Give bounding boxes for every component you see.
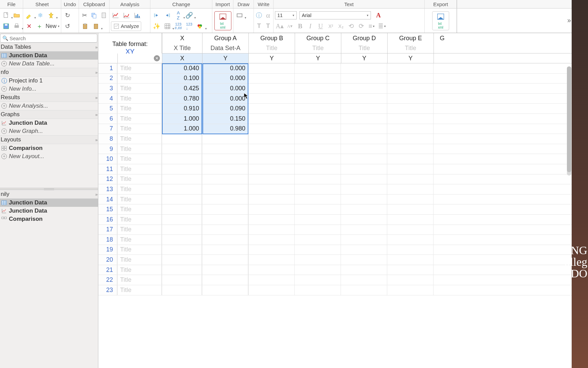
cell-y-a[interactable]	[202, 215, 248, 225]
table-row[interactable]: 16Title	[98, 215, 588, 225]
table-row[interactable]: 7Title1.0000.980	[98, 124, 588, 134]
font-size-select[interactable]: 11▾	[275, 11, 297, 19]
ribbon-group-file[interactable]: File	[0, 0, 23, 8]
cell-y-d[interactable]	[341, 104, 387, 113]
cell-y-b[interactable]	[248, 134, 295, 144]
table-row[interactable]: 18Title	[98, 235, 588, 245]
cell-y-d[interactable]	[341, 275, 387, 285]
section-layouts[interactable]: Layouts»	[0, 135, 98, 144]
row-title[interactable]: Title	[117, 104, 162, 113]
row-title-header[interactable]: ✕	[117, 53, 162, 63]
col-type-y-c[interactable]: Y	[295, 53, 341, 63]
col-type-y-d[interactable]: Y	[341, 53, 387, 63]
cell-x[interactable]: 0.040	[162, 63, 202, 73]
cell-y-b[interactable]	[248, 204, 295, 214]
cell-y-d[interactable]	[341, 215, 387, 225]
cell-y-b[interactable]	[248, 124, 295, 134]
cell-y-d[interactable]	[341, 134, 387, 144]
cell-y-b[interactable]	[248, 114, 295, 124]
cell-y-a[interactable]	[202, 195, 248, 204]
cell-y-d[interactable]	[341, 235, 387, 245]
cell-y-e[interactable]	[387, 74, 434, 83]
sort-down-icon[interactable]: 123↓	[184, 21, 194, 31]
family-layout-comparison[interactable]: Comparison	[0, 215, 98, 223]
cell-x[interactable]	[162, 174, 202, 184]
delete-x-icon[interactable]: ✕	[24, 21, 34, 31]
cell-y-d[interactable]	[341, 195, 387, 204]
row-title[interactable]: Title	[117, 195, 162, 204]
text-tool-t-icon[interactable]: T	[255, 21, 263, 31]
row-number[interactable]: 18	[98, 235, 117, 245]
ribbon-group-change[interactable]: Change	[150, 0, 212, 8]
cell-y-b[interactable]	[248, 63, 295, 73]
cell-x[interactable]: 1.000	[162, 114, 202, 124]
redo-icon[interactable]: ↻	[63, 11, 72, 20]
export-xml-button[interactable]: txt xml	[432, 11, 449, 30]
cell-y-d[interactable]	[341, 144, 387, 154]
cell-x[interactable]: 0.910	[162, 104, 202, 113]
cell-x[interactable]	[162, 225, 202, 235]
cell-y-c[interactable]	[295, 114, 341, 124]
analyze-button[interactable]: Analyze	[111, 21, 141, 31]
cell-y-a[interactable]	[202, 285, 248, 295]
row-title[interactable]: Title	[117, 265, 162, 275]
col-header-group-e[interactable]: Group ETitle	[387, 33, 434, 53]
cell-y-e[interactable]	[387, 184, 434, 194]
table-row[interactable]: 1Title0.0400.000	[98, 63, 588, 74]
family-table-junction[interactable]: Junction Data	[0, 199, 98, 207]
row-number[interactable]: 16	[98, 215, 117, 225]
cell-y-d[interactable]	[341, 154, 387, 164]
cell-y-d[interactable]	[341, 94, 387, 104]
cell-y-c[interactable]	[295, 195, 341, 204]
cell-y-d[interactable]	[341, 124, 387, 134]
color-swatch-icon[interactable]: ▾	[195, 21, 205, 31]
row-title[interactable]: Title	[117, 235, 162, 245]
ribbon-group-write[interactable]: Write	[254, 0, 274, 8]
section-data-tables[interactable]: Data Tables»	[0, 43, 98, 51]
cell-y-e[interactable]	[387, 215, 434, 225]
cell-y-e[interactable]	[387, 124, 434, 134]
table-row[interactable]: 3Title0.4250.000	[98, 83, 588, 94]
row-number[interactable]: 1	[98, 63, 117, 73]
cell-y-c[interactable]	[295, 204, 341, 214]
search-input[interactable]: 🔍	[0, 34, 97, 43]
cell-y-b[interactable]	[248, 255, 295, 265]
cell-y-a[interactable]: 0.980	[202, 124, 248, 134]
row-title[interactable]: Title	[117, 124, 162, 134]
rect-tool-icon[interactable]: ▾	[235, 11, 244, 20]
cell-x[interactable]	[162, 275, 202, 285]
cell-y-e[interactable]	[387, 235, 434, 245]
cell-y-e[interactable]	[387, 225, 434, 235]
cell-x[interactable]	[162, 235, 202, 245]
alpha-icon[interactable]: α	[264, 11, 272, 20]
cell-y-b[interactable]	[248, 195, 295, 204]
bold-icon[interactable]: B	[295, 21, 305, 31]
cell-y-b[interactable]	[248, 265, 295, 275]
row-number[interactable]: 9	[98, 144, 117, 154]
shift-right-icon[interactable]	[163, 11, 172, 20]
panel-splitter[interactable]	[0, 188, 98, 190]
cell-y-e[interactable]	[387, 63, 434, 73]
cell-y-d[interactable]	[341, 184, 387, 194]
cell-y-d[interactable]	[341, 74, 387, 83]
table-row[interactable]: 6Title1.0000.150	[98, 114, 588, 124]
cell-x[interactable]	[162, 265, 202, 275]
ribbon-group-sheet[interactable]: Sheet	[23, 0, 61, 8]
cell-y-b[interactable]	[248, 154, 295, 164]
row-title[interactable]: Title	[117, 285, 162, 295]
row-number[interactable]: 10	[98, 154, 117, 164]
add-plus-icon[interactable]: ＋	[35, 21, 44, 31]
cell-y-c[interactable]	[295, 144, 341, 154]
row-number[interactable]: 19	[98, 245, 117, 255]
overflow-chevron-icon[interactable]: »	[567, 16, 570, 24]
nav-new-graph[interactable]: + New Graph...	[0, 127, 98, 135]
cell-y-c[interactable]	[295, 235, 341, 245]
table-row[interactable]: 19Title	[98, 245, 588, 255]
row-title[interactable]: Title	[117, 83, 162, 93]
section-graphs[interactable]: Graphs»	[0, 110, 98, 119]
font-name-select[interactable]: Arial▾	[299, 11, 371, 19]
col-header-group-d[interactable]: Group DTitle	[341, 33, 387, 53]
sort-icon[interactable]: AZ▾	[174, 11, 183, 20]
cell-y-e[interactable]	[387, 195, 434, 204]
row-title[interactable]: Title	[117, 63, 162, 73]
